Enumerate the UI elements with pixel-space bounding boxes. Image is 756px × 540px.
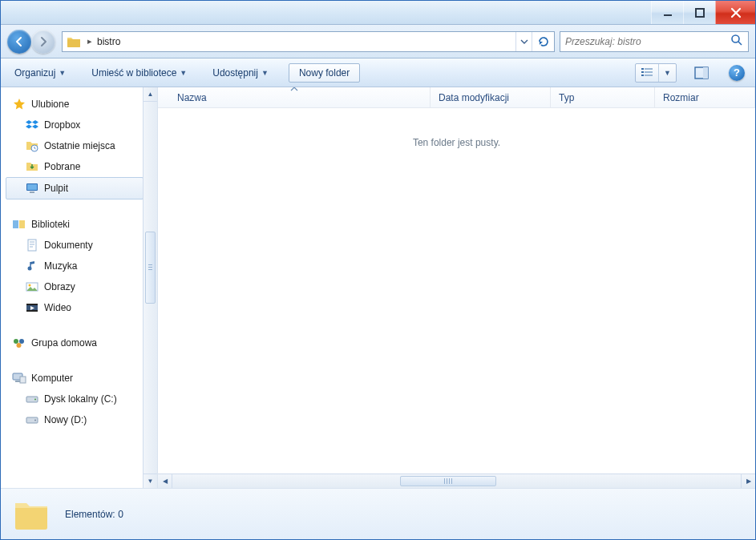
navigation-bar: ▸ bistro bbox=[1, 25, 755, 58]
scroll-thumb[interactable] bbox=[400, 476, 496, 486]
path-separator-icon: ▸ bbox=[87, 36, 92, 46]
computer-icon bbox=[12, 371, 26, 385]
svg-rect-8 bbox=[645, 75, 653, 76]
titlebar bbox=[1, 1, 755, 25]
file-list-pane: Nazwa Data modyfikacji Typ Rozmiar Ten f… bbox=[158, 87, 755, 488]
column-header-name[interactable]: Nazwa bbox=[158, 87, 431, 107]
scroll-down-button[interactable]: ▼ bbox=[144, 474, 157, 488]
column-label: Typ bbox=[559, 92, 574, 103]
dropbox-icon bbox=[25, 118, 39, 132]
svg-rect-15 bbox=[13, 220, 18, 228]
view-dropdown-button[interactable]: ▼ bbox=[658, 64, 676, 82]
search-box[interactable] bbox=[560, 31, 749, 52]
column-label: Rozmiar bbox=[663, 92, 699, 103]
nav-buttons bbox=[7, 29, 57, 54]
libraries-icon bbox=[12, 217, 26, 232]
search-input[interactable] bbox=[565, 36, 730, 47]
svg-rect-28 bbox=[15, 381, 20, 382]
status-text: Elementów: 0 bbox=[65, 508, 123, 520]
sidebar-item-drive-d[interactable]: Nowy (D:) bbox=[6, 409, 144, 430]
scroll-thumb[interactable] bbox=[145, 232, 156, 304]
include-in-library-button[interactable]: Umieść w bibliotece ▼ bbox=[86, 63, 192, 83]
maximize-button[interactable] bbox=[683, 1, 715, 24]
sidebar-item-label: Pulpit bbox=[44, 183, 68, 194]
svg-rect-16 bbox=[19, 220, 25, 228]
svg-point-20 bbox=[29, 284, 31, 287]
svg-point-26 bbox=[17, 343, 22, 348]
help-button[interactable]: ? bbox=[726, 63, 747, 83]
svg-rect-23 bbox=[26, 310, 38, 312]
sidebar-item-libraries[interactable]: Biblioteki bbox=[6, 214, 144, 235]
sidebar-item-label: Ulubione bbox=[31, 99, 69, 110]
svg-rect-7 bbox=[641, 75, 644, 76]
new-folder-button[interactable]: Nowy folder bbox=[289, 63, 360, 83]
sidebar-item-favorites[interactable]: Ulubione bbox=[6, 94, 144, 115]
scroll-right-button[interactable]: ▶ bbox=[741, 474, 755, 488]
drive-icon bbox=[25, 392, 39, 406]
sidebar-scrollbar[interactable]: ▲ ▼ bbox=[143, 87, 157, 488]
folder-large-icon bbox=[12, 495, 51, 534]
sidebar-item-label: Ostatnie miejsca bbox=[44, 140, 115, 151]
path-segment[interactable]: bistro bbox=[97, 36, 120, 47]
preview-pane-button[interactable] bbox=[691, 63, 712, 83]
sidebar-item-label: Wideo bbox=[44, 302, 71, 313]
svg-rect-4 bbox=[645, 68, 653, 70]
svg-rect-13 bbox=[27, 184, 37, 190]
svg-point-31 bbox=[34, 399, 36, 401]
organize-label: Organizuj bbox=[14, 67, 55, 79]
sidebar-item-drive-c[interactable]: Dysk lokalny (C:) bbox=[6, 389, 144, 409]
scroll-up-button[interactable]: ▲ bbox=[144, 87, 157, 102]
svg-rect-3 bbox=[641, 68, 644, 70]
scroll-track[interactable] bbox=[172, 474, 741, 488]
folder-icon bbox=[65, 33, 83, 50]
svg-point-25 bbox=[19, 339, 24, 344]
sidebar-item-label: Dysk lokalny (C:) bbox=[44, 393, 117, 405]
column-header-date[interactable]: Data modyfikacji bbox=[431, 87, 551, 107]
share-button[interactable]: Udostępnij ▼ bbox=[207, 63, 274, 83]
sidebar-item-downloads[interactable]: Pobrane bbox=[6, 156, 144, 177]
include-label: Umieść w bibliotece bbox=[91, 67, 176, 79]
recent-icon bbox=[25, 139, 39, 153]
sidebar-item-label: Biblioteki bbox=[31, 219, 70, 230]
view-mode-button[interactable]: ▼ bbox=[635, 63, 677, 83]
view-details-icon[interactable] bbox=[636, 64, 658, 82]
search-icon[interactable] bbox=[730, 34, 743, 49]
sidebar-item-documents[interactable]: Dokumenty bbox=[6, 235, 144, 256]
svg-point-18 bbox=[28, 267, 32, 271]
sidebar-item-computer[interactable]: Komputer bbox=[6, 368, 144, 389]
horizontal-scrollbar[interactable]: ◀ ▶ bbox=[158, 474, 755, 488]
minimize-button[interactable] bbox=[651, 1, 683, 24]
close-button[interactable] bbox=[715, 1, 755, 24]
empty-folder-message: Ten folder jest pusty. bbox=[158, 137, 755, 148]
column-label: Data modyfikacji bbox=[439, 92, 509, 103]
column-header-type[interactable]: Typ bbox=[551, 87, 655, 107]
sidebar-item-label: Pobrane bbox=[44, 161, 80, 172]
svg-rect-1 bbox=[696, 9, 704, 17]
svg-rect-22 bbox=[26, 304, 38, 305]
sidebar-item-recent[interactable]: Ostatnie miejsca bbox=[6, 135, 144, 156]
scroll-left-button[interactable]: ◀ bbox=[158, 474, 172, 488]
column-header-size[interactable]: Rozmiar bbox=[655, 87, 755, 107]
sidebar-item-dropbox[interactable]: Dropbox bbox=[6, 115, 144, 135]
svg-rect-14 bbox=[30, 191, 34, 193]
sidebar-item-label: Dropbox bbox=[44, 119, 80, 131]
libraries-group: Biblioteki Dokumenty Muzyka bbox=[6, 214, 144, 318]
sidebar-item-homegroup[interactable]: Grupa domowa bbox=[6, 332, 144, 353]
sidebar-item-pictures[interactable]: Obrazy bbox=[6, 276, 144, 297]
organize-button[interactable]: Organizuj ▼ bbox=[9, 63, 71, 83]
address-bar[interactable]: ▸ bistro bbox=[62, 31, 555, 52]
pictures-icon bbox=[25, 280, 39, 294]
back-button[interactable] bbox=[7, 30, 31, 54]
sidebar-item-videos[interactable]: Wideo bbox=[6, 297, 144, 318]
refresh-button[interactable] bbox=[532, 32, 554, 51]
forward-button[interactable] bbox=[31, 30, 55, 54]
sidebar-item-music[interactable]: Muzyka bbox=[6, 256, 144, 276]
svg-rect-0 bbox=[664, 14, 672, 16]
address-dropdown-button[interactable] bbox=[515, 32, 532, 51]
column-label: Nazwa bbox=[177, 92, 207, 103]
sidebar-item-desktop[interactable]: Pulpit bbox=[6, 177, 144, 199]
svg-rect-17 bbox=[28, 240, 36, 251]
drive-icon bbox=[25, 413, 39, 427]
command-bar: Organizuj ▼ Umieść w bibliotece ▼ Udostę… bbox=[1, 58, 755, 87]
share-label: Udostępnij bbox=[212, 67, 258, 79]
